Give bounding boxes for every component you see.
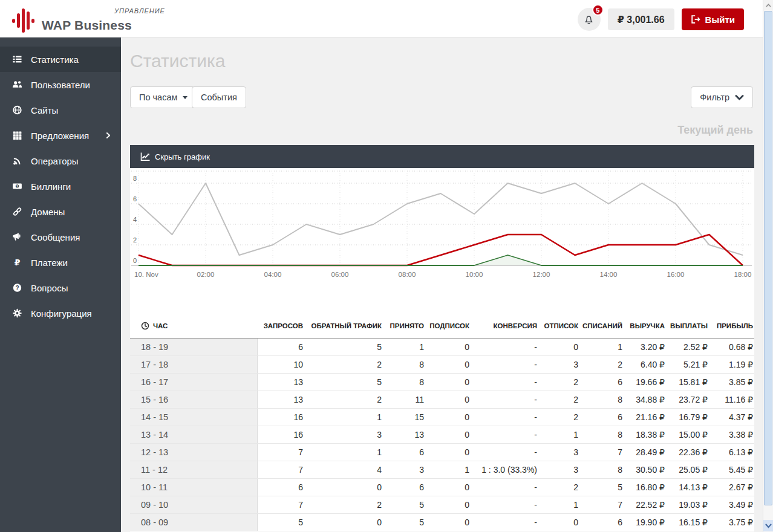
table-row: 15 - 16132110-2834.88 ₽23.72 ₽11.16 ₽ [130, 391, 754, 409]
value-cell: 6 [257, 339, 304, 356]
hour-cell: 15 - 16 [130, 391, 257, 409]
value-cell: 6 [257, 479, 304, 496]
column-header[interactable]: ПОДПИСОК [425, 313, 471, 339]
sidebar-item-statistics[interactable]: Статистика [0, 47, 121, 72]
column-header[interactable]: ВЫРУЧКА [624, 313, 666, 339]
value-cell: 0 [304, 479, 383, 496]
vertical-scrollbar[interactable] [763, 0, 773, 532]
value-cell: 2 [304, 356, 383, 374]
hour-cell: 10 - 11 [130, 479, 257, 496]
megaphone-icon [11, 232, 23, 242]
value-cell: 11.16 ₽ [709, 391, 754, 409]
svg-text:?: ? [15, 285, 19, 291]
svg-text:04:00: 04:00 [264, 271, 282, 278]
sidebar-item-label: Сайты [31, 105, 113, 115]
stats-card: Скрыть график 0246810. Nov02:0004:0006:0… [130, 145, 754, 532]
filter-button[interactable]: Фильтр [691, 86, 753, 108]
svg-text:06:00: 06:00 [331, 271, 349, 278]
sidebar-item-payments[interactable]: ₽Платежи [0, 250, 121, 275]
value-cell: 18.38 ₽ [624, 426, 666, 444]
table-row: 14 - 15161150-2621.16 ₽16.79 ₽4.37 ₽ [130, 409, 754, 426]
value-cell: 1 [538, 496, 579, 514]
value-cell: 1 [425, 461, 471, 479]
table-row: 09 - 107250-1722.52 ₽19.03 ₽3.49 ₽ [130, 496, 754, 514]
brand-name: WAP Business [42, 18, 132, 34]
ruble-icon: ₽ [11, 258, 23, 268]
value-cell: 5.45 ₽ [709, 461, 754, 479]
value-cell: 8 [383, 356, 425, 374]
svg-text:02:00: 02:00 [197, 271, 215, 278]
column-header[interactable]: ВЫПЛАТЫ [666, 313, 709, 339]
sidebar-item-domains[interactable]: Домены [0, 199, 121, 224]
value-cell: 7 [257, 444, 304, 461]
svg-text:0: 0 [133, 257, 137, 264]
sidebar-item-sites[interactable]: Сайты [0, 97, 121, 123]
line-chart-icon [140, 152, 150, 161]
period-label: Текущий день [677, 124, 753, 137]
sidebar-item-label: Предложения [31, 131, 104, 141]
value-cell: 19.66 ₽ [624, 374, 666, 391]
value-cell: 0 [425, 339, 471, 356]
main-content: Статистика По часам События Фильтр Текущ… [121, 37, 763, 532]
gear-icon [11, 308, 23, 319]
value-cell: - [471, 479, 538, 496]
scroll-up-button[interactable] [763, 0, 773, 10]
notification-badge: 5 [592, 4, 604, 16]
caret-down-icon [183, 96, 188, 102]
value-cell: 3 [538, 356, 579, 374]
sidebar-item-questions[interactable]: ?Вопросы [0, 275, 121, 300]
sidebar-item-label: Операторы [31, 156, 113, 166]
column-header[interactable]: ОБРАТНЫЙ ТРАФИК [304, 313, 383, 339]
sidebar-item-billings[interactable]: 1Биллинги [0, 174, 121, 199]
stats-table: ЧАСЗАПРОСОВОБРАТНЫЙ ТРАФИКПРИНЯТОПОДПИСО… [130, 313, 754, 531]
value-cell: 16.79 ₽ [666, 409, 709, 426]
chart-header: Скрыть график [130, 145, 754, 168]
chart-toggle-button[interactable]: Скрыть график [140, 152, 210, 161]
sidebar-item-offers[interactable]: Предложения [0, 123, 121, 148]
value-cell: 0 [304, 514, 383, 531]
column-header[interactable]: ЧАС [130, 313, 257, 339]
brand-logo[interactable]: WAP Business [11, 7, 132, 34]
scrollbar-thumb[interactable] [764, 11, 772, 505]
sidebar-item-operators[interactable]: Операторы [0, 148, 121, 174]
column-header[interactable]: ПРИБЫЛЬ [709, 313, 754, 339]
value-cell: 3.38 ₽ [709, 426, 754, 444]
grid-icon [11, 131, 23, 141]
sidebar-item-configuration[interactable]: Конфигурация [0, 300, 121, 326]
value-cell: 0 [425, 391, 471, 409]
events-button[interactable]: События [192, 86, 246, 108]
svg-text:4: 4 [133, 216, 137, 223]
svg-text:08:00: 08:00 [399, 271, 416, 278]
sidebar-item-users[interactable]: Пользователи [0, 72, 121, 97]
table-row: 18 - 196510-013.20 ₽2.52 ₽0.68 ₽ [130, 339, 754, 356]
column-header[interactable]: СПИСАНИЙ [579, 313, 624, 339]
rss-icon [11, 156, 23, 166]
table-row: 13 - 14163130-1818.38 ₽15.00 ₽3.38 ₽ [130, 426, 754, 444]
column-header[interactable]: ОТПИСОК [538, 313, 579, 339]
value-cell: 15.81 ₽ [666, 374, 709, 391]
sidebar-item-label: Статистика [31, 54, 113, 65]
value-cell: 2 [304, 391, 383, 409]
value-cell: 2 [538, 391, 579, 409]
value-cell: 28.49 ₽ [624, 444, 666, 461]
column-header[interactable]: ЗАПРОСОВ [257, 313, 304, 339]
value-cell: 4 [304, 461, 383, 479]
notifications-button[interactable]: 5 [578, 8, 601, 31]
svg-text:14:00: 14:00 [600, 271, 618, 278]
hour-cell: 08 - 09 [130, 514, 257, 531]
value-cell: 6 [383, 479, 425, 496]
value-cell: 2.67 ₽ [709, 479, 754, 496]
logout-button[interactable]: Выйти [682, 8, 744, 30]
value-cell: 1 : 3.0 (33.3%) [471, 461, 538, 479]
view-mode-button[interactable]: По часам [130, 86, 197, 108]
value-cell: 22.52 ₽ [624, 496, 666, 514]
value-cell: 5 [304, 374, 383, 391]
balance-display[interactable]: ₽ 3,001.66 [608, 8, 674, 30]
column-header[interactable]: КОНВЕРСИЯ [471, 313, 538, 339]
value-cell: - [471, 374, 538, 391]
sidebar-item-messages[interactable]: Сообщения [0, 224, 121, 250]
hour-cell: 18 - 19 [130, 339, 257, 356]
value-cell: - [471, 496, 538, 514]
scroll-down-button[interactable] [763, 520, 773, 531]
column-header[interactable]: ПРИНЯТО [383, 313, 425, 339]
